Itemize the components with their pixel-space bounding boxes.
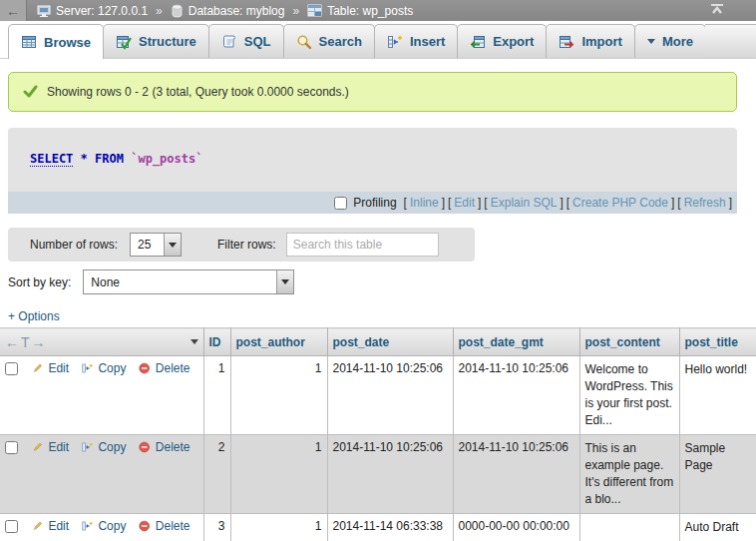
tab-import[interactable]: Import xyxy=(546,24,634,58)
copy-row-link[interactable]: Copy xyxy=(98,361,126,375)
cell-post-date: 2014-11-10 10:25:06 xyxy=(327,435,453,514)
tab-search[interactable]: Search xyxy=(283,24,375,58)
copy-row-link[interactable]: Copy xyxy=(98,519,126,533)
edit-pencil-icon xyxy=(32,519,43,533)
bracket: ] xyxy=(442,196,445,210)
options-toggle-link[interactable]: + Options xyxy=(8,309,60,323)
result-controls-bar: Number of rows: 25 Filter rows: xyxy=(8,228,475,262)
delete-row-icon xyxy=(139,361,150,375)
edit-row-link[interactable]: Edit xyxy=(48,519,69,533)
header-options-icon[interactable] xyxy=(190,339,198,344)
back-arrow-icon: ← xyxy=(6,3,20,19)
number-of-rows-value: 25 xyxy=(131,234,164,256)
chevron-down-icon xyxy=(169,243,177,248)
results-table: ←T→ ID post_author post_date post_date_g… xyxy=(0,327,756,541)
filter-rows-input[interactable] xyxy=(286,233,439,257)
cell-post-title: Sample Page xyxy=(679,435,756,514)
tab-browse[interactable]: Browse xyxy=(8,24,104,59)
column-header-id[interactable]: ID xyxy=(203,328,230,356)
bracket: ] xyxy=(478,196,481,210)
cell-post-author: 1 xyxy=(230,435,327,514)
breadcrumb-server-link[interactable]: Server: 127.0.0.1 xyxy=(56,4,148,18)
tab-label: Browse xyxy=(44,35,91,50)
tab-label: SQL xyxy=(244,34,271,49)
search-icon xyxy=(296,34,312,50)
edit-row-link[interactable]: Edit xyxy=(48,440,69,454)
bracket: ] xyxy=(671,196,674,210)
column-marker-icon[interactable]: ←T→ xyxy=(5,334,48,350)
browse-table-icon xyxy=(21,34,37,50)
number-of-rows-label: Number of rows: xyxy=(30,238,118,252)
tab-sql[interactable]: SQL xyxy=(208,24,284,58)
inline-link[interactable]: Inline xyxy=(410,196,439,210)
sql-query-panel: SELECT * FROM `wp_posts` Profiling [ Inl… xyxy=(8,128,737,214)
breadcrumb-bar: ← Server: 127.0.0.1 » Database: myblog »… xyxy=(0,0,756,21)
delete-row-link[interactable]: Delete xyxy=(156,361,190,375)
cell-post-title: Hello world! xyxy=(679,356,756,435)
edit-query-link[interactable]: Edit xyxy=(454,196,475,210)
export-icon xyxy=(470,34,486,50)
status-message-text: Showing rows 0 - 2 (3 total, Query took … xyxy=(47,85,349,99)
table-row: Edit Copy Delete 2 1 201 xyxy=(0,435,756,514)
tab-export[interactable]: Export xyxy=(457,24,547,58)
sql-query-text: SELECT * FROM `wp_posts` xyxy=(8,128,737,166)
bracket: [ xyxy=(448,196,451,210)
breadcrumb-separator: » xyxy=(156,4,163,18)
tab-insert[interactable]: Insert xyxy=(374,24,458,58)
tab-label: Export xyxy=(493,34,534,49)
tab-bar-filler xyxy=(705,24,756,58)
explain-sql-link[interactable]: Explain SQL xyxy=(491,196,558,210)
create-php-code-link[interactable]: Create PHP Code xyxy=(572,196,668,210)
select-dropdown-button xyxy=(164,234,181,256)
bracket: [ xyxy=(404,196,407,210)
edit-pencil-icon xyxy=(32,440,43,454)
tab-label: Insert xyxy=(410,34,445,49)
column-header-post-title[interactable]: post_title xyxy=(679,328,756,356)
collapse-topbar-button[interactable] xyxy=(710,3,724,18)
row-select-checkbox[interactable] xyxy=(5,520,18,533)
status-message: Showing rows 0 - 2 (3 total, Query took … xyxy=(8,72,737,112)
cell-post-date-gmt: 2014-11-10 10:25:06 xyxy=(453,356,579,435)
column-header-post-author[interactable]: post_author xyxy=(230,328,327,356)
nav-back-button[interactable]: ← xyxy=(0,0,27,21)
row-select-checkbox[interactable] xyxy=(5,362,18,375)
row-select-checkbox[interactable] xyxy=(5,441,18,454)
copy-row-icon xyxy=(82,440,93,454)
column-header-post-date-gmt[interactable]: post_date_gmt xyxy=(453,328,579,356)
cell-post-author: 1 xyxy=(230,514,327,541)
server-icon xyxy=(37,4,51,18)
refresh-link[interactable]: Refresh xyxy=(684,196,726,210)
cell-id: 3 xyxy=(203,514,230,541)
import-icon xyxy=(559,34,574,50)
profiling-checkbox[interactable] xyxy=(334,197,347,210)
success-check-icon xyxy=(23,85,38,99)
delete-row-link[interactable]: Delete xyxy=(156,440,190,454)
tab-structure[interactable]: Structure xyxy=(103,24,209,58)
edit-row-link[interactable]: Edit xyxy=(48,361,69,375)
tab-spacer xyxy=(0,24,8,58)
cell-id: 1 xyxy=(203,356,230,435)
number-of-rows-select[interactable]: 25 xyxy=(130,233,182,257)
collapse-up-icon xyxy=(710,3,724,15)
edit-pencil-icon xyxy=(32,361,43,375)
column-header-post-content[interactable]: post_content xyxy=(579,328,679,356)
tab-bar: Browse Structure SQL Search xyxy=(0,21,756,59)
structure-icon xyxy=(116,34,132,50)
bracket: [ xyxy=(567,196,569,210)
cell-post-title: Auto Draft xyxy=(679,514,756,541)
actions-column-header: ←T→ xyxy=(0,328,203,356)
copy-row-link[interactable]: Copy xyxy=(98,440,126,454)
cell-post-content xyxy=(579,514,679,541)
tab-more[interactable]: More xyxy=(634,24,706,58)
cell-post-date: 2014-11-14 06:33:38 xyxy=(327,514,453,541)
column-header-post-date[interactable]: post_date xyxy=(327,328,453,356)
cell-post-date-gmt: 2014-11-10 10:25:06 xyxy=(453,435,579,514)
sort-by-key-select[interactable]: None xyxy=(83,270,294,294)
sql-icon xyxy=(221,34,237,50)
breadcrumb-database-link[interactable]: Database: myblog xyxy=(189,4,285,18)
cell-post-author: 1 xyxy=(230,356,327,435)
cell-post-content: This is an example page. It's different … xyxy=(579,435,679,514)
sql-table-identifier: `wp_posts` xyxy=(131,152,202,166)
delete-row-link[interactable]: Delete xyxy=(156,519,190,533)
sort-row: Sort by key: None xyxy=(8,270,294,294)
